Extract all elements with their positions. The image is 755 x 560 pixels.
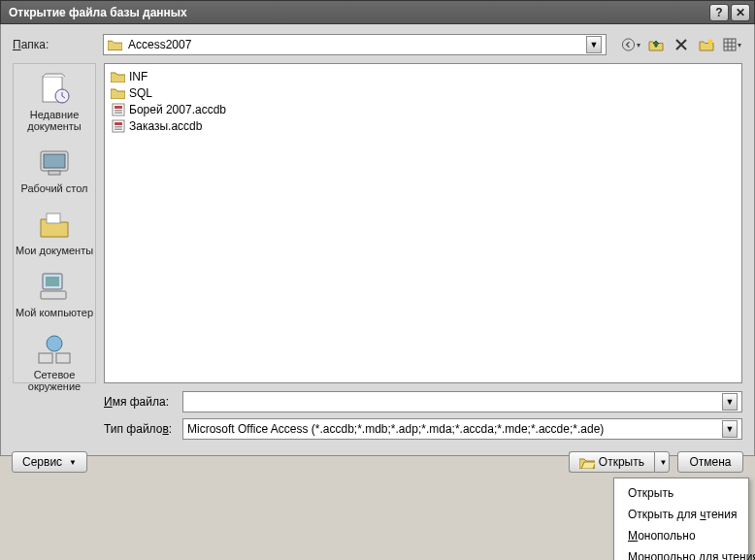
file-list[interactable]: INF SQL Борей 2007.accdb — [104, 63, 742, 383]
svg-rect-14 — [46, 277, 59, 286]
service-button[interactable]: Сервис▼ — [12, 451, 87, 473]
database-file-icon — [111, 119, 125, 133]
delete-icon[interactable] — [671, 34, 692, 55]
close-button[interactable]: ✕ — [731, 4, 750, 21]
new-folder-icon[interactable] — [696, 34, 717, 55]
sidebar-item-mydocs[interactable]: Мои документы — [14, 204, 95, 266]
sidebar-item-network[interactable]: Сетевое окружение — [14, 328, 95, 402]
filetype-dropdown[interactable]: ▼ — [722, 420, 738, 438]
folder-label: Папка: — [13, 38, 95, 51]
filename-dropdown[interactable]: ▼ — [722, 393, 738, 411]
svg-rect-24 — [115, 122, 122, 125]
folder-icon — [111, 86, 125, 100]
svg-rect-10 — [44, 154, 65, 168]
views-icon[interactable]: ▾ — [721, 34, 742, 55]
svg-rect-2 — [724, 39, 736, 50]
filetype-label: Тип файлов: — [104, 422, 177, 436]
open-file-dialog: Открытие файла базы данных ? ✕ Папка: Ac… — [0, 0, 755, 560]
sidebar-item-recent[interactable]: Недавние документы — [14, 68, 95, 142]
folder-select[interactable]: Access2007 ▼ — [103, 34, 607, 55]
list-item[interactable]: INF — [111, 68, 736, 84]
list-item[interactable]: Заказы.accdb — [111, 117, 736, 134]
desktop-icon — [33, 146, 76, 181]
sidebar-item-desktop[interactable]: Рабочий стол — [14, 142, 95, 204]
svg-rect-26 — [115, 128, 122, 130]
open-menu: Открыть Открыть для чтения Монопольно Мо… — [613, 478, 749, 560]
svg-rect-17 — [39, 353, 52, 363]
sidebar-item-mycomputer[interactable]: Мой компьютер — [14, 266, 95, 328]
up-one-level-icon[interactable] — [645, 34, 667, 55]
open-menu-open[interactable]: Открыть — [614, 482, 748, 504]
open-menu-exclusive-readonly[interactable]: Монопольно для чтения — [614, 546, 748, 560]
help-button[interactable]: ? — [709, 4, 729, 21]
filename-label: Имя файла: — [104, 395, 177, 409]
places-bar: Недавние документы Рабочий стол Мои доку… — [13, 63, 96, 383]
svg-point-0 — [622, 39, 634, 50]
svg-rect-22 — [115, 112, 122, 114]
my-documents-icon — [33, 208, 76, 243]
folder-row: Папка: Access2007 ▼ ▾ — [13, 34, 742, 55]
folder-select-dropdown[interactable]: ▼ — [586, 36, 602, 53]
svg-point-16 — [47, 336, 62, 351]
database-file-icon — [111, 103, 125, 116]
my-computer-icon — [33, 270, 76, 305]
open-folder-icon — [579, 456, 595, 469]
open-menu-open-readonly[interactable]: Открыть для чтения — [614, 504, 748, 525]
svg-rect-21 — [115, 110, 122, 112]
svg-rect-25 — [115, 126, 122, 128]
open-button[interactable]: Открыть — [569, 451, 654, 473]
folder-toolbar: ▾ ▾ — [620, 34, 742, 55]
folder-select-value: Access2007 — [128, 38, 191, 51]
open-split-button: Открыть ▼ — [569, 451, 670, 473]
svg-rect-15 — [41, 291, 66, 299]
folder-icon — [111, 70, 125, 83]
back-icon[interactable]: ▾ — [620, 34, 641, 55]
titlebar: Открытие файла базы данных ? ✕ — [0, 0, 755, 24]
open-button-dropdown[interactable]: ▼ — [654, 451, 670, 473]
list-item[interactable]: SQL — [111, 84, 736, 101]
svg-rect-20 — [115, 106, 122, 109]
window-title: Открытие файла базы данных — [9, 6, 707, 19]
recent-documents-icon — [33, 72, 76, 107]
filename-input[interactable]: ▼ — [182, 391, 742, 412]
svg-rect-18 — [56, 353, 70, 363]
svg-rect-11 — [49, 171, 60, 175]
dialog-body: Папка: Access2007 ▼ ▾ — [0, 24, 755, 456]
svg-rect-12 — [47, 214, 60, 223]
cancel-button[interactable]: Отмена — [677, 451, 743, 473]
main-area: Недавние документы Рабочий стол Мои доку… — [13, 63, 742, 383]
filetype-select[interactable]: Microsoft Office Access (*.accdb;*.mdb;*… — [182, 418, 742, 440]
svg-point-1 — [708, 40, 713, 45]
folder-icon — [108, 39, 122, 50]
bottom-fields: Имя файла: ▼ Тип файлов: Microsoft Offic… — [104, 391, 742, 440]
list-item[interactable]: Борей 2007.accdb — [111, 101, 736, 117]
network-places-icon — [33, 332, 76, 367]
open-menu-exclusive[interactable]: Монопольно — [614, 525, 748, 546]
